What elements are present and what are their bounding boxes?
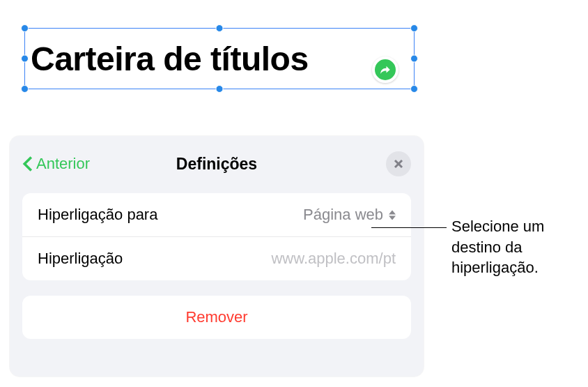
textbox-content: Carteira de títulos [25,40,309,78]
back-button[interactable]: Anterior [22,155,90,173]
resize-handle-bottom-middle[interactable] [216,85,224,93]
back-label: Anterior [36,155,90,173]
popover-title: Definições [176,155,257,174]
resize-handle-top-right[interactable] [410,24,418,32]
close-icon [393,158,404,169]
link-to-row[interactable]: Hiperligação para Página web [22,193,411,236]
link-url-value: www.apple.com/pt [271,250,396,268]
link-to-label: Hiperligação para [38,206,157,224]
link-url-row[interactable]: Hiperligação www.apple.com/pt [22,236,411,280]
resize-handle-bottom-right[interactable] [410,85,418,93]
remove-button[interactable]: Remover [22,296,411,339]
chevron-up-down-icon [389,210,396,220]
remove-label: Remover [185,308,247,326]
close-button[interactable] [386,151,411,176]
callout-text: Selecione um destino da hiperligação. [451,216,588,278]
hyperlink-badge-icon[interactable] [372,56,399,83]
resize-handle-top-middle[interactable] [216,24,224,32]
popover-header: Anterior Definições [22,149,411,179]
resize-handle-middle-right[interactable] [410,55,418,63]
selected-text-box[interactable]: Carteira de títulos [24,28,415,89]
settings-group: Hiperligação para Página web Hiperligaçã… [22,193,411,280]
link-url-label: Hiperligação [38,250,123,268]
link-settings-popover: Anterior Definições Hiperligação para Pá… [10,136,424,377]
canvas-area: Carteira de títulos [0,0,428,129]
resize-handle-top-left[interactable] [21,24,29,32]
resize-handle-bottom-left[interactable] [21,85,29,93]
callout-leader-line [371,227,447,228]
link-to-value: Página web [303,206,396,224]
resize-handle-middle-left[interactable] [21,55,29,63]
